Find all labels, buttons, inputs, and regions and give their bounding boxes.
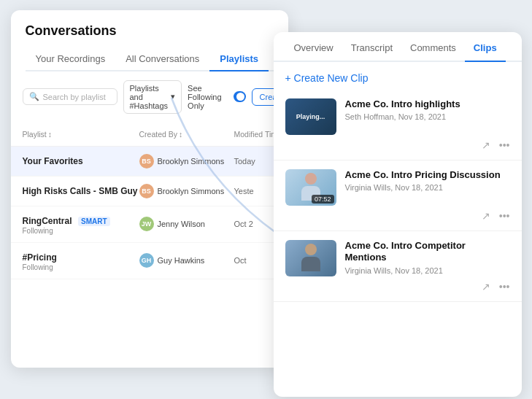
duration-badge: 07:52 bbox=[312, 195, 334, 204]
playlist-name: RingCentral bbox=[23, 216, 72, 226]
see-following-label: See Following Only bbox=[188, 84, 229, 110]
clip-item: Acme Co. Intro Competitor Mentions Virgi… bbox=[274, 231, 522, 302]
tab-all-conversations[interactable]: All Conversations bbox=[115, 47, 209, 71]
see-following-toggle: See Following Only bbox=[188, 84, 245, 110]
playlist-smart-tag: SMART bbox=[78, 217, 110, 226]
person-body bbox=[301, 257, 320, 271]
create-new-clip-button[interactable]: + Create New Clip bbox=[274, 62, 522, 90]
clip-info: Acme Co. Intro Pricing Discussion Virgin… bbox=[345, 169, 510, 193]
avatar: BS bbox=[139, 184, 154, 198]
thumbnail-person bbox=[285, 240, 336, 276]
clip-meta: Seth Hoffman, Nov 18, 2021 bbox=[345, 112, 510, 121]
search-placeholder: Search by playlist bbox=[43, 93, 106, 101]
clip-title: Acme Co. Intro Competitor Mentions bbox=[345, 240, 510, 265]
created-by-cell: BS Brooklyn Simmons bbox=[139, 184, 234, 198]
search-icon: 🔍 bbox=[29, 92, 39, 101]
creator-name: Brooklyn Simmons bbox=[158, 187, 225, 195]
right-panel: Overview Transcript Comments Clips + Cre… bbox=[274, 32, 522, 397]
more-options-icon[interactable]: ••• bbox=[499, 281, 510, 293]
col-playlist: Playlist ↕ bbox=[23, 125, 139, 143]
clip-thumbnail[interactable]: 07:52 bbox=[285, 169, 336, 206]
clip-actions: ↗ ••• bbox=[285, 281, 510, 293]
left-panel-header: Conversations Your Recordings All Conver… bbox=[11, 10, 288, 71]
share-icon[interactable]: ↗ bbox=[482, 281, 490, 293]
clip-top: Acme Co. Intro Competitor Mentions Virgi… bbox=[285, 240, 510, 276]
clip-thumbnail[interactable] bbox=[285, 240, 336, 276]
playlist-row[interactable]: Your Favorites BS Brooklyn Simmons Today bbox=[11, 147, 288, 177]
playlist-row[interactable]: RingCentral SMART Following JW Jenny Wil… bbox=[11, 206, 288, 243]
playlist-name: High Risks Calls - SMB Guy bbox=[23, 186, 139, 196]
playlist-row[interactable]: #Pricing Following GH Guy Hawkins Oct bbox=[11, 243, 288, 279]
filter-dropdown[interactable]: Playlists and #Hashtags ▾ bbox=[123, 80, 182, 114]
playing-overlay: Playing... bbox=[285, 98, 336, 135]
person-silhouette bbox=[300, 244, 322, 273]
clip-title: Acme Co. Intro highlights bbox=[345, 98, 510, 111]
creator-name: Brooklyn Simmons bbox=[158, 157, 225, 166]
playlist-sub: Following bbox=[23, 263, 139, 271]
sort-icon: ↕ bbox=[179, 130, 182, 139]
share-icon[interactable]: ↗ bbox=[482, 139, 490, 151]
creator-name: Guy Hawkins bbox=[158, 256, 205, 265]
person-head bbox=[305, 173, 317, 185]
clip-top: 07:52 Acme Co. Intro Pricing Discussion … bbox=[285, 169, 510, 206]
tab-clips[interactable]: Clips bbox=[465, 32, 506, 62]
creator-name: Jenny Wilson bbox=[158, 220, 205, 228]
chevron-down-icon: ▾ bbox=[171, 92, 175, 101]
filters-row: 🔍 Search by playlist Playlists and #Hash… bbox=[11, 71, 288, 123]
right-tabs: Overview Transcript Comments Clips bbox=[274, 32, 522, 62]
left-panel: Conversations Your Recordings All Conver… bbox=[11, 10, 288, 368]
sort-icon: ↕ bbox=[48, 130, 52, 139]
clip-item: Playing... Acme Co. Intro highlights Set… bbox=[274, 90, 522, 160]
avatar: GH bbox=[139, 253, 154, 268]
clip-info: Acme Co. Intro Competitor Mentions Virgi… bbox=[345, 240, 510, 276]
person-head bbox=[305, 244, 317, 255]
clip-meta: Virginia Wills, Nov 18, 2021 bbox=[345, 183, 510, 192]
clip-top: Playing... Acme Co. Intro highlights Set… bbox=[285, 98, 510, 135]
filter-label: Playlists and #Hashtags bbox=[130, 84, 169, 110]
avatar: BS bbox=[139, 154, 154, 168]
clip-actions: ↗ ••• bbox=[285, 210, 510, 222]
created-by-cell: GH Guy Hawkins bbox=[139, 253, 234, 268]
playlist-sub: Following bbox=[23, 227, 139, 235]
table-header: Playlist ↕ Created By ↕ Modified Time ↕ … bbox=[11, 123, 288, 147]
following-toggle-switch[interactable] bbox=[234, 91, 246, 102]
avatar: JW bbox=[139, 217, 154, 231]
main-tabs: Your Recordings All Conversations Playli… bbox=[26, 47, 274, 71]
share-icon[interactable]: ↗ bbox=[482, 210, 490, 222]
clip-thumbnail[interactable]: Playing... bbox=[285, 98, 336, 135]
clip-info: Acme Co. Intro highlights Seth Hoffman, … bbox=[345, 98, 510, 122]
page-title: Conversations bbox=[26, 23, 274, 39]
clip-title: Acme Co. Intro Pricing Discussion bbox=[345, 169, 510, 182]
tab-recordings[interactable]: Your Recordings bbox=[26, 47, 116, 71]
playlist-name: Your Favorites bbox=[23, 156, 139, 166]
clip-actions: ↗ ••• bbox=[285, 139, 510, 151]
clip-item: 07:52 Acme Co. Intro Pricing Discussion … bbox=[274, 160, 522, 231]
scene: Conversations Your Recordings All Conver… bbox=[11, 10, 522, 390]
tab-overview[interactable]: Overview bbox=[285, 32, 342, 62]
playlist-name-cell: #Pricing Following bbox=[23, 250, 139, 271]
more-options-icon[interactable]: ••• bbox=[499, 210, 510, 222]
created-by-cell: JW Jenny Wilson bbox=[139, 217, 234, 231]
search-box[interactable]: 🔍 Search by playlist bbox=[23, 88, 117, 105]
tab-transcript[interactable]: Transcript bbox=[342, 32, 401, 62]
created-by-cell: BS Brooklyn Simmons bbox=[139, 154, 234, 168]
more-options-icon[interactable]: ••• bbox=[499, 139, 510, 151]
playlist-name: #Pricing bbox=[23, 252, 57, 263]
tab-comments[interactable]: Comments bbox=[401, 32, 465, 62]
clip-meta: Virginia Wills, Nov 18, 2021 bbox=[345, 266, 510, 275]
col-created-by: Created By ↕ bbox=[139, 125, 234, 143]
playlist-name-cell: RingCentral SMART Following bbox=[23, 214, 139, 235]
playlist-row[interactable]: High Risks Calls - SMB Guy BS Brooklyn S… bbox=[11, 177, 288, 206]
tab-playlists[interactable]: Playlists bbox=[209, 47, 269, 71]
